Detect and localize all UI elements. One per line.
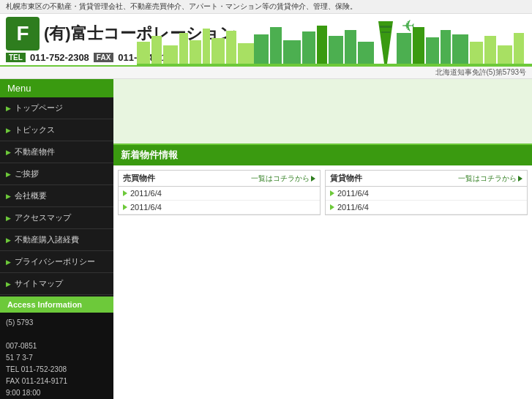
buy-row-1[interactable]: 2011/6/4 xyxy=(119,187,320,201)
arrow-icon: ▶ xyxy=(6,127,11,134)
svg-rect-27 xyxy=(498,45,512,65)
sidebar-item-greeting[interactable]: ▶ ご挨拶 xyxy=(0,163,113,185)
sidebar-item-label: 会社概要 xyxy=(15,190,47,201)
svg-rect-0 xyxy=(137,42,150,65)
arrow-icon: ▶ xyxy=(6,258,11,266)
tel-number: 011-752-2308 xyxy=(30,52,89,63)
buy-column-header: 売買物件 一覧はコチラから xyxy=(119,171,320,187)
content-top-image xyxy=(113,79,532,145)
rent-column: 賃貸物件 一覧はコチラから 2011/6/4 2011/6/4 xyxy=(325,170,528,215)
svg-rect-26 xyxy=(484,36,496,65)
sidebar-item-label: トピックス xyxy=(15,124,55,135)
access-tel: TEL 011-752-2308 xyxy=(6,364,108,376)
sidebar-item-topics[interactable]: ▶ トピックス xyxy=(0,119,113,141)
menu-header: Menu xyxy=(0,79,113,97)
svg-rect-24 xyxy=(452,34,468,65)
rent-link-arrow-icon xyxy=(518,176,522,182)
header: F (有)富士コーポレーション TEL 011-752-2308 FAX 011… xyxy=(0,14,532,67)
sidebar-item-properties[interactable]: ▶ 不動産物件 xyxy=(0,141,113,163)
arrow-icon: ▶ xyxy=(6,215,11,222)
header-decoration: ✈ xyxy=(122,14,532,65)
access-info-header: Access Information xyxy=(0,297,113,313)
rent-row-2[interactable]: 2011/6/4 xyxy=(326,201,527,215)
svg-rect-2 xyxy=(163,45,178,65)
svg-rect-23 xyxy=(441,30,451,65)
svg-rect-16 xyxy=(358,42,374,65)
svg-rect-18 xyxy=(380,26,391,28)
buy-date-1: 2011/6/4 xyxy=(130,189,162,198)
tel-label: TEL xyxy=(6,53,26,62)
svg-rect-22 xyxy=(426,37,439,65)
rent-link-label: 一覧はコチラから xyxy=(458,174,517,184)
sidebar-item-label: サイトマップ xyxy=(15,278,63,289)
access-address1: 007-0851 xyxy=(6,340,108,352)
rent-column-header: 賃貸物件 一覧はコチラから xyxy=(326,171,527,187)
sidebar-item-label: ご挨拶 xyxy=(15,168,39,179)
svg-rect-7 xyxy=(226,31,236,65)
rent-column-title: 賃貸物件 xyxy=(330,173,362,184)
buy-column-title: 売買物件 xyxy=(123,173,155,184)
sidebar-item-label: トップページ xyxy=(15,102,63,113)
buy-date-2: 2011/6/4 xyxy=(130,203,162,212)
sidebar-item-top[interactable]: ▶ トップページ xyxy=(0,97,113,119)
sidebar-item-company[interactable]: ▶ 会社概要 xyxy=(0,185,113,207)
arrow-icon: ▶ xyxy=(6,193,11,200)
arrow-icon: ▶ xyxy=(6,171,11,178)
license-text: 北海道知事免許(5)第5793号 xyxy=(435,68,526,76)
fax-label: FAX xyxy=(94,53,113,62)
license-bar: 北海道知事免許(5)第5793号 xyxy=(0,67,532,79)
arrow-icon: ▶ xyxy=(6,105,11,112)
svg-rect-14 xyxy=(329,36,343,65)
buy-column-link[interactable]: 一覧はコチラから xyxy=(251,174,315,184)
logo-icon: F xyxy=(6,17,40,51)
access-address2: 51 7 3-7 xyxy=(6,352,108,364)
buy-link-label: 一覧はコチラから xyxy=(251,174,310,184)
rent-column-link[interactable]: 一覧はコチラから xyxy=(458,174,522,184)
arrow-icon: ▶ xyxy=(6,280,11,288)
buy-link-arrow-icon xyxy=(311,176,315,182)
svg-rect-28 xyxy=(514,33,524,65)
svg-rect-20 xyxy=(397,33,411,65)
svg-rect-12 xyxy=(302,31,315,65)
svg-rect-4 xyxy=(190,40,201,65)
buy-row-2[interactable]: 2011/6/4 xyxy=(119,201,320,215)
svg-rect-9 xyxy=(254,34,269,65)
rent-date-1: 2011/6/4 xyxy=(337,189,369,198)
properties-grid: 売買物件 一覧はコチラから 2011/6/4 2011/6/4 xyxy=(113,165,532,220)
access-hours: 9:00 18:00 xyxy=(6,387,108,399)
access-license: (5) 5793 xyxy=(6,317,108,329)
svg-rect-1 xyxy=(151,36,162,65)
rent-row-1[interactable]: 2011/6/4 xyxy=(326,187,527,201)
svg-rect-8 xyxy=(238,43,254,65)
svg-rect-15 xyxy=(345,30,356,65)
top-bar-text: 札幌市東区の不動産・賃貸管理会社、不動産売買仲介、アパート・マンション等の賃貸仲… xyxy=(6,2,357,10)
sidebar-item-label: 不動産物件 xyxy=(15,146,55,157)
arrow-icon: ▶ xyxy=(6,149,11,156)
svg-rect-19 xyxy=(381,31,390,33)
svg-rect-6 xyxy=(211,38,225,65)
sidebar-item-access-map[interactable]: ▶ アクセスマップ xyxy=(0,207,113,229)
sidebar-item-sitemap[interactable]: ▶ サイトマップ xyxy=(0,273,113,295)
sidebar-item-privacy[interactable]: ▶ プライバシーポリシー xyxy=(0,251,113,273)
svg-rect-3 xyxy=(179,33,188,65)
row-arrow-icon xyxy=(330,190,334,196)
svg-rect-11 xyxy=(283,40,301,65)
sidebar-item-label: プライバシーポリシー xyxy=(15,256,95,267)
row-arrow-icon xyxy=(123,190,127,196)
top-bar: 札幌市東区の不動産・賃貸管理会社、不動産売買仲介、アパート・マンション等の賃貸仲… xyxy=(0,0,532,14)
content-area: 新着物件情報 売買物件 一覧はコチラから 2011/6/4 2011/ xyxy=(113,79,532,399)
sidebar-item-expenses[interactable]: ▶ 不動産購入諸経費 xyxy=(0,229,113,251)
new-properties-header: 新着物件情報 xyxy=(113,145,532,165)
cityscape-svg xyxy=(137,20,532,65)
logo-char: F xyxy=(16,22,29,45)
sidebar-item-label: アクセスマップ xyxy=(15,212,71,223)
sidebar: Menu ▶ トップページ ▶ トピックス ▶ 不動産物件 ▶ ご挨拶 ▶ 会社… xyxy=(0,79,113,399)
main-layout: Menu ▶ トップページ ▶ トピックス ▶ 不動産物件 ▶ ご挨拶 ▶ 会社… xyxy=(0,79,532,399)
access-fax: FAX 011-214-9171 xyxy=(6,376,108,387)
sidebar-item-label: 不動産購入諸経費 xyxy=(15,234,79,245)
svg-rect-5 xyxy=(203,29,210,65)
cityscape xyxy=(122,21,532,65)
rent-date-2: 2011/6/4 xyxy=(337,203,369,212)
svg-rect-10 xyxy=(270,27,282,65)
row-arrow-icon xyxy=(123,204,127,210)
